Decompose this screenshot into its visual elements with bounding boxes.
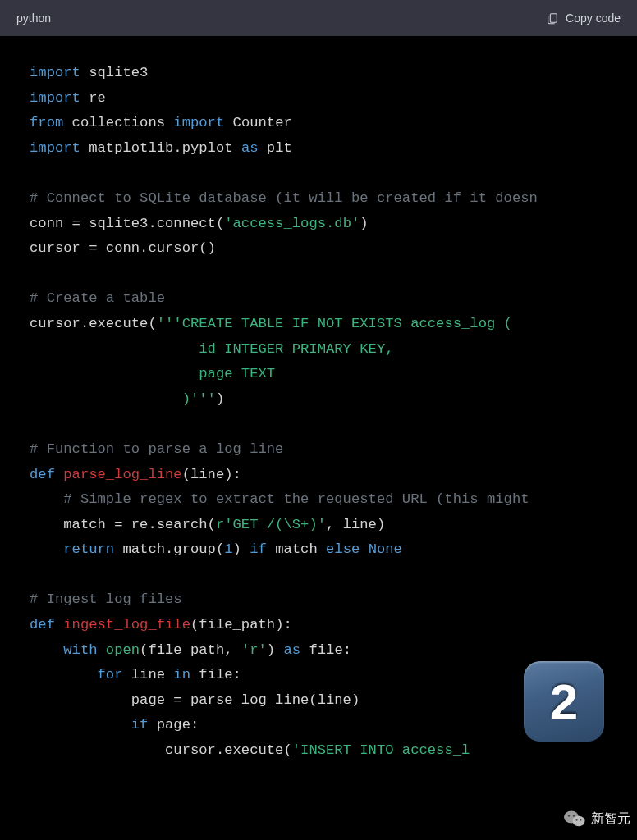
code-string: page TEXT <box>30 366 275 381</box>
code-token: page = parse_log_line(line) <box>30 692 360 708</box>
code-token: cursor = conn.cursor() <box>30 240 216 256</box>
svg-rect-0 <box>550 14 557 23</box>
code-token <box>98 642 106 658</box>
code-token: if <box>250 541 267 557</box>
code-token: import <box>30 140 80 156</box>
watermark-text: 新智元 <box>591 810 630 828</box>
code-token: None <box>360 541 402 557</box>
svg-point-3 <box>568 815 570 816</box>
code-comment: # Create a table <box>30 290 165 306</box>
code-content: import sqlite3 import re from collection… <box>0 36 637 764</box>
code-token: import <box>173 115 224 130</box>
code-token: conn = sqlite3.connect( <box>30 216 224 231</box>
code-token: import <box>30 90 80 106</box>
code-token: ) <box>216 391 224 407</box>
svg-point-2 <box>573 816 585 826</box>
code-function-def: parse_log_line <box>55 467 182 482</box>
code-comment: # Function to parse a log line <box>30 441 283 457</box>
code-comment: # Simple regex to extract the requested … <box>30 491 538 507</box>
code-string: '''CREATE TABLE IF NOT EXISTS access_log… <box>157 316 512 331</box>
code-token: import <box>30 65 80 80</box>
code-token: matplotlib.pyplot <box>80 140 241 156</box>
code-token: plt <box>259 140 292 156</box>
code-token: as <box>283 642 300 658</box>
copy-label: Copy code <box>566 11 621 25</box>
svg-point-4 <box>573 815 575 816</box>
code-token: match <box>267 541 326 557</box>
code-token: return <box>30 541 114 557</box>
code-token: from <box>30 115 63 130</box>
code-token: ) <box>360 216 368 231</box>
code-token: file: <box>300 642 351 658</box>
language-label: python <box>16 11 51 25</box>
code-number: 1 <box>224 541 232 557</box>
code-token: with <box>30 642 98 658</box>
code-token: re <box>80 90 106 106</box>
code-token: (file_path): <box>190 617 292 632</box>
code-token: (file_path, <box>140 642 241 658</box>
code-string: r'GET /(\S+)' <box>216 517 326 532</box>
wechat-icon <box>563 809 586 829</box>
code-token: as <box>241 140 259 156</box>
code-token: if <box>30 717 148 733</box>
code-function-def: ingest_log_file <box>55 617 190 632</box>
code-string: 'r' <box>241 642 267 658</box>
code-header: python Copy code <box>0 0 637 36</box>
code-token: page: <box>148 717 199 733</box>
code-string: id INTEGER PRIMARY KEY, <box>30 341 394 357</box>
step-number: 2 <box>550 673 578 731</box>
code-token: Counter <box>224 115 292 130</box>
code-token: match.group( <box>114 541 224 557</box>
code-token: line <box>122 667 173 682</box>
code-token: , line) <box>326 517 385 532</box>
code-block-container: python Copy code import sqlite3 import r… <box>0 0 637 840</box>
code-token: def <box>30 467 55 482</box>
code-builtin: open <box>106 642 140 658</box>
code-token: def <box>30 617 55 632</box>
wechat-watermark: 新智元 <box>563 809 637 829</box>
step-badge: 2 <box>524 661 604 742</box>
code-token: else <box>326 541 360 557</box>
code-token: cursor.execute( <box>30 316 157 331</box>
code-token: in <box>173 667 190 682</box>
code-token: sqlite3 <box>80 65 149 80</box>
code-token: for <box>30 667 122 682</box>
code-token: collections <box>63 115 173 130</box>
code-token: (line): <box>182 467 241 482</box>
code-token: file: <box>190 667 241 682</box>
code-token: cursor.execute( <box>30 742 292 758</box>
code-comment: # Ingest log files <box>30 591 182 607</box>
code-string: 'INSERT INTO access_l <box>292 742 470 758</box>
clipboard-icon <box>546 11 559 25</box>
code-token: match = re.search( <box>30 517 216 532</box>
svg-point-6 <box>580 819 582 821</box>
code-comment: # Connect to SQLite database (it will be… <box>30 190 538 206</box>
svg-point-5 <box>576 819 578 821</box>
copy-code-button[interactable]: Copy code <box>546 11 621 25</box>
code-token: ) <box>267 642 284 658</box>
code-token: ) <box>233 541 250 557</box>
code-string: )''' <box>30 391 216 407</box>
code-string: 'access_logs.db' <box>224 216 360 231</box>
